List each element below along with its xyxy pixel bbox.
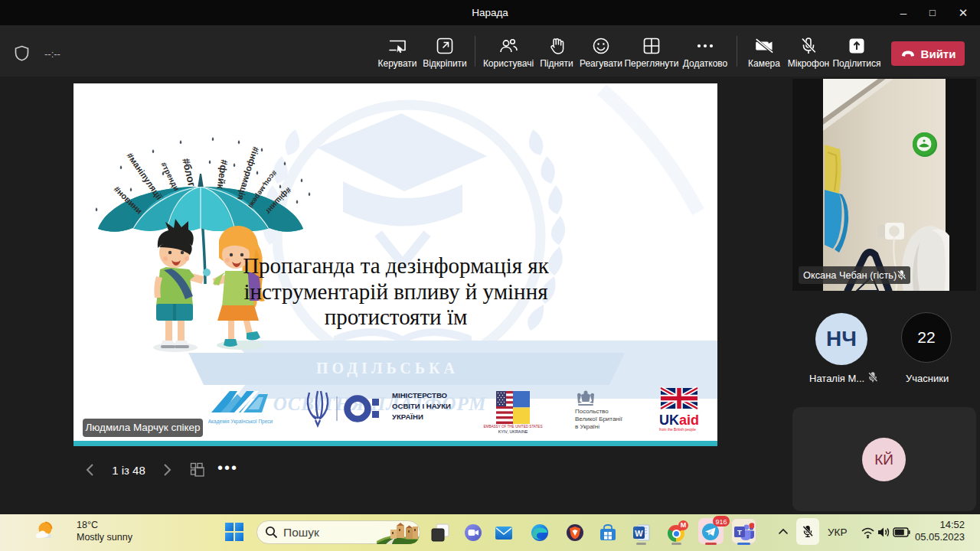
- svg-text:#тренди: #тренди: [159, 161, 181, 192]
- svg-text:from the British people: from the British people: [659, 428, 696, 432]
- svg-text:Академія Української Преси: Академія Української Преси: [208, 419, 273, 425]
- svg-text:УКРАЇНИ: УКРАЇНИ: [392, 412, 423, 421]
- svg-text:ОСВІТИ І НАУКИ: ОСВІТИ І НАУКИ: [392, 402, 451, 410]
- svg-text:#блог: #блог: [180, 157, 198, 188]
- svg-text:в Україні: в Україні: [575, 423, 599, 430]
- svg-text:UKaid: UKaid: [659, 412, 699, 428]
- svg-text:#фейк: #фейк: [215, 159, 230, 191]
- svg-text:#маніпуляції: #маніпуляції: [125, 151, 165, 201]
- svg-text:ОСВІТНЯ ПЛАТФОРМ: ОСВІТНЯ ПЛАТФОРМ: [273, 393, 487, 414]
- svg-text:T: T: [737, 528, 742, 536]
- svg-text:EMBASSY OF THE UNITED STATES: EMBASSY OF THE UNITED STATES: [483, 425, 542, 429]
- svg-text:Великої Британії: Великої Британії: [575, 416, 623, 422]
- svg-text:916: 916: [715, 518, 727, 526]
- svg-text:KYIV, UKRAINE: KYIV, UKRAINE: [498, 429, 528, 434]
- svg-text:Посольство: Посольство: [575, 408, 609, 415]
- svg-text:МІНІСТЕРСТВО: МІНІСТЕРСТВО: [392, 391, 448, 399]
- svg-text:ПОДІЛЬСЬКА: ПОДІЛЬСЬКА: [316, 360, 459, 377]
- svg-text:W: W: [635, 529, 643, 538]
